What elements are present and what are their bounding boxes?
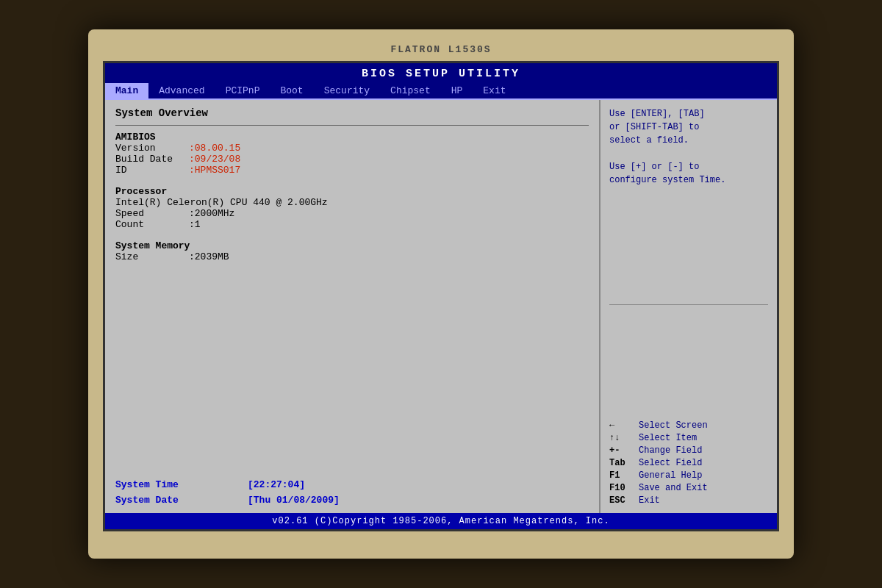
amibios-id-val: :HPMSS017 <box>189 165 240 176</box>
keybind-esc: ESC Exit <box>609 495 768 506</box>
keybind-desc-change-field: Change Field <box>639 445 702 456</box>
time-date-section: System Time [22:27:04] System Date [Thu … <box>115 475 589 506</box>
left-panel: System Overview AMIBIOS Version :08.00.1… <box>105 100 600 513</box>
keybind-key-f10: F10 <box>609 483 639 493</box>
memory-size-key: Size <box>115 251 189 262</box>
amibios-builddate-val: :09/23/08 <box>189 154 240 165</box>
processor-label: Processor <box>115 186 589 197</box>
menu-chipset[interactable]: Chipset <box>380 83 441 98</box>
memory-label: System Memory <box>115 240 589 251</box>
amibios-version-val: :08.00.15 <box>189 143 240 154</box>
amibios-builddate-row: Build Date :09/23/08 <box>115 154 589 165</box>
amibios-version-row: Version :08.00.15 <box>115 143 589 154</box>
system-date-value: [Thu 01/08/2009] <box>248 495 340 506</box>
amibios-label: AMIBIOS <box>115 132 589 143</box>
keybind-desc-esc: Exit <box>639 495 660 506</box>
menu-bar: Main Advanced PCIPnP Boot Security Chips… <box>105 83 777 98</box>
processor-group: Processor Intel(R) Celeron(R) CPU 440 @ … <box>115 186 589 230</box>
menu-exit[interactable]: Exit <box>473 83 516 98</box>
system-time-label: System Time <box>115 479 248 490</box>
system-time-value: [22:27:04] <box>248 479 305 490</box>
keybind-key-arrow: ← <box>609 420 639 431</box>
footer-bar: v02.61 (C)Copyright 1985-2006, American … <box>105 513 777 529</box>
help-line1: Use [ENTER], [TAB] <box>609 109 705 119</box>
system-date-row[interactable]: System Date [Thu 01/08/2009] <box>115 495 589 506</box>
menu-pcipnp[interactable]: PCIPnP <box>215 83 270 98</box>
keybind-desc-general-help: General Help <box>639 470 702 481</box>
processor-speed-row: Speed :2000MHz <box>115 208 589 219</box>
help-line3: select a field. <box>609 135 689 146</box>
screen: BIOS SETUP UTILITY Main Advanced PCIPnP … <box>103 61 779 531</box>
keybind-desc-save-exit: Save and Exit <box>639 483 708 493</box>
keybind-save-exit: F10 Save and Exit <box>609 483 768 493</box>
amibios-version-key: Version <box>115 143 189 154</box>
amibios-builddate-key: Build Date <box>115 154 189 165</box>
keybind-key-updown: ↑↓ <box>609 433 639 443</box>
memory-size-val: :2039MB <box>189 251 229 262</box>
system-time-row[interactable]: System Time [22:27:04] <box>115 479 589 490</box>
keybind-select-field: Tab Select Field <box>609 458 768 468</box>
processor-count-val: :1 <box>189 219 201 230</box>
menu-hp[interactable]: HP <box>441 83 473 98</box>
right-divider <box>609 304 768 305</box>
keybind-general-help: F1 General Help <box>609 470 768 481</box>
processor-speed-key: Speed <box>115 208 189 219</box>
keybind-desc-select-screen: Select Screen <box>639 420 708 431</box>
keybind-desc-select-item: Select Item <box>639 433 697 443</box>
keybind-desc-select-field: Select Field <box>639 458 702 468</box>
keybind-change-field: +- Change Field <box>609 445 768 456</box>
processor-speed-val: :2000MHz <box>189 208 234 219</box>
processor-count-row: Count :1 <box>115 219 589 230</box>
keybind-key-tab: Tab <box>609 458 639 468</box>
processor-count-key: Count <box>115 219 189 230</box>
amibios-group: AMIBIOS Version :08.00.15 Build Date :09… <box>115 132 589 176</box>
keybind-select-item: ↑↓ Select Item <box>609 433 768 443</box>
separator-1 <box>115 125 589 126</box>
menu-advanced[interactable]: Advanced <box>148 83 215 98</box>
keybind-key-f1: F1 <box>609 470 639 481</box>
system-date-label: System Date <box>115 495 248 506</box>
keybind-key-plusminus: +- <box>609 445 639 456</box>
help-line6: configure system Time. <box>609 175 725 185</box>
menu-security[interactable]: Security <box>314 83 380 98</box>
menu-main[interactable]: Main <box>105 83 148 98</box>
memory-size-row: Size :2039MB <box>115 251 589 262</box>
help-line5: Use [+] or [-] to <box>609 162 699 172</box>
amibios-id-key: ID <box>115 165 189 176</box>
menu-boot[interactable]: Boot <box>270 83 313 98</box>
keybind-select-screen: ← Select Screen <box>609 420 768 431</box>
keybind-table: ← Select Screen ↑↓ Select Item +- Change… <box>609 420 768 506</box>
amibios-id-row: ID :HPMSS017 <box>115 165 589 176</box>
help-text: Use [ENTER], [TAB] or [SHIFT-TAB] to sel… <box>609 107 768 187</box>
monitor-brand: FLATRON L1530S <box>390 44 491 55</box>
main-content: System Overview AMIBIOS Version :08.00.1… <box>105 98 777 513</box>
help-line2: or [SHIFT-TAB] to <box>609 122 699 132</box>
keybind-key-esc: ESC <box>609 495 639 506</box>
memory-group: System Memory Size :2039MB <box>115 240 589 262</box>
monitor-frame: FLATRON L1530S BIOS SETUP UTILITY Main A… <box>88 29 794 559</box>
section-title: System Overview <box>115 107 589 119</box>
bios-title: BIOS SETUP UTILITY <box>105 63 777 83</box>
right-panel: Use [ENTER], [TAB] or [SHIFT-TAB] to sel… <box>600 100 777 513</box>
processor-cpu-name: Intel(R) Celeron(R) CPU 440 @ 2.00GHz <box>115 197 589 208</box>
